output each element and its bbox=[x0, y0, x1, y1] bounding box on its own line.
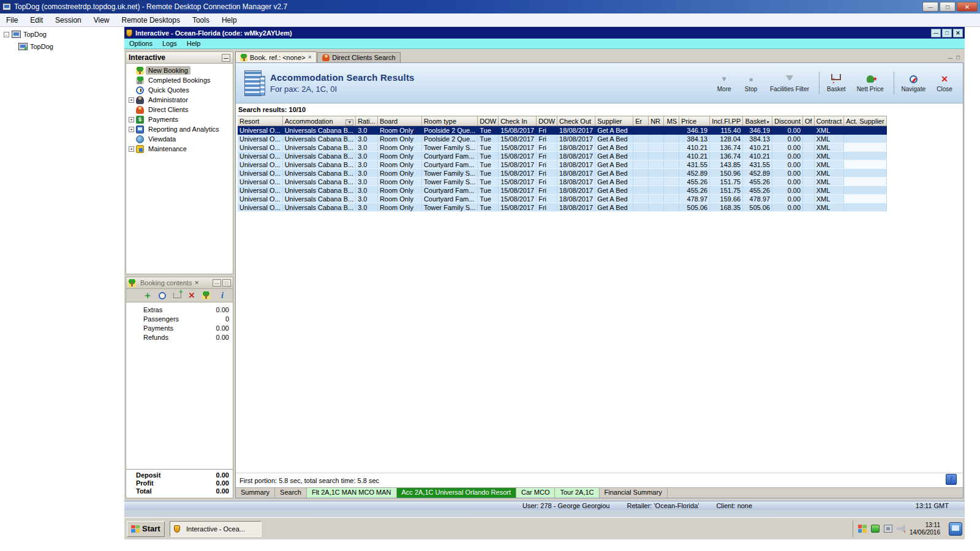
column-header[interactable]: Er bbox=[633, 116, 649, 126]
menu-item[interactable]: Help bbox=[216, 14, 243, 26]
panel-minimize-button[interactable] bbox=[222, 54, 230, 62]
table-row[interactable]: Universal O...Universals Cabana B...3.0 … bbox=[238, 178, 886, 186]
start-button[interactable]: Start bbox=[127, 521, 165, 537]
section-tab[interactable]: Tour 2A,1C bbox=[555, 488, 599, 498]
column-header[interactable]: Room type bbox=[421, 116, 477, 126]
session-minimize-button[interactable] bbox=[931, 29, 941, 37]
minimize-button[interactable] bbox=[922, 2, 938, 12]
tab-close-icon[interactable] bbox=[308, 54, 312, 60]
toolbar-button[interactable]: Navigate bbox=[894, 72, 930, 94]
table-row[interactable]: Universal O...Universals Cabana B...3.0 … bbox=[238, 186, 886, 195]
expand-icon[interactable] bbox=[129, 137, 134, 142]
menu-item[interactable]: Remote Desktops bbox=[116, 14, 186, 26]
close-button[interactable] bbox=[957, 2, 978, 12]
sidebar-item[interactable]: + Maintenance bbox=[126, 144, 233, 154]
column-header[interactable]: Accommodation bbox=[282, 116, 356, 126]
delete-icon[interactable] bbox=[187, 291, 196, 300]
menu-item[interactable]: Logs bbox=[157, 39, 182, 48]
expand-icon[interactable] bbox=[129, 107, 134, 113]
column-header[interactable]: Check In bbox=[499, 116, 537, 126]
doc-maximize-icon[interactable] bbox=[957, 54, 960, 61]
tree-root[interactable]: - TopDog bbox=[0, 29, 124, 39]
toolbar-button[interactable]: Close bbox=[932, 72, 957, 94]
column-header[interactable]: MS bbox=[664, 116, 679, 126]
table-row[interactable]: Universal O...Universals Cabana B...3.0 … bbox=[238, 160, 886, 169]
booking-maximize-button[interactable] bbox=[222, 279, 231, 287]
column-header[interactable]: Check Out bbox=[557, 116, 595, 126]
tree-collapse-icon[interactable]: - bbox=[4, 32, 9, 37]
table-row[interactable]: Universal O...Universals Cabana B...3.0 … bbox=[238, 169, 886, 178]
column-header[interactable]: Board bbox=[377, 116, 421, 126]
tray-status-icon[interactable] bbox=[871, 525, 880, 533]
toolbar-button[interactable]: More bbox=[712, 72, 736, 94]
column-header[interactable]: Price bbox=[679, 116, 710, 126]
menu-item[interactable]: Session bbox=[49, 14, 88, 26]
toolbar-button[interactable]: Stop bbox=[739, 72, 763, 94]
table-row[interactable]: Universal O...Universals Cabana B...3.0 … bbox=[238, 203, 886, 212]
section-tab[interactable]: Car MCO bbox=[516, 488, 555, 498]
booking-close-icon[interactable] bbox=[194, 280, 199, 286]
column-header[interactable]: DOW bbox=[478, 116, 499, 126]
sidebar-item[interactable]: + Administrator bbox=[126, 95, 233, 105]
table-row[interactable]: Universal O...Universals Cabana B...3.0 … bbox=[238, 152, 886, 160]
column-header[interactable]: NR bbox=[649, 116, 664, 126]
column-header[interactable]: Resort bbox=[238, 116, 282, 126]
tray-network-icon[interactable] bbox=[884, 525, 892, 533]
menu-item[interactable]: Edit bbox=[24, 14, 49, 26]
menu-item[interactable]: File bbox=[0, 14, 24, 26]
column-header[interactable]: Act. Supplier bbox=[844, 116, 886, 126]
document-tab[interactable]: Book. ref.: <none> bbox=[235, 51, 317, 62]
toolbar-button[interactable]: Nett Price bbox=[853, 72, 888, 94]
column-header[interactable]: Supplier bbox=[595, 116, 633, 126]
sidebar-item[interactable]: New Booking bbox=[126, 66, 233, 75]
sidebar-item[interactable]: Quick Quotes bbox=[126, 85, 233, 95]
section-tab[interactable]: Search bbox=[275, 488, 307, 498]
expand-icon[interactable]: + bbox=[129, 97, 134, 103]
sidebar-item[interactable]: Viewdata bbox=[126, 134, 233, 144]
toolbar-button[interactable]: Facilities Filter bbox=[766, 72, 813, 94]
session-maximize-button[interactable] bbox=[942, 29, 952, 37]
column-header[interactable]: DOW bbox=[537, 116, 557, 126]
add-item-icon[interactable] bbox=[143, 291, 152, 300]
expand-icon[interactable]: + bbox=[129, 127, 134, 132]
section-tab[interactable]: Acc 2A,1C Universal Orlando Resort bbox=[397, 488, 517, 498]
menu-item[interactable]: Tools bbox=[186, 14, 216, 26]
sidebar-item[interactable]: + Payments bbox=[126, 114, 233, 124]
table-row[interactable]: Universal O...Universals Cabana B...3.0 … bbox=[238, 126, 886, 135]
expand-icon[interactable]: + bbox=[129, 117, 134, 122]
info-icon[interactable] bbox=[218, 291, 227, 300]
table-row[interactable]: Universal O...Universals Cabana B...3.0 … bbox=[238, 195, 886, 203]
doc-minimize-icon[interactable] bbox=[948, 54, 953, 61]
table-row[interactable]: Universal O...Universals Cabana B...3.0 … bbox=[238, 135, 886, 143]
palm-icon[interactable] bbox=[202, 291, 210, 299]
table-row[interactable]: Universal O...Universals Cabana B...3.0 … bbox=[238, 143, 886, 152]
menu-item[interactable]: Help bbox=[182, 39, 206, 48]
menu-item[interactable]: View bbox=[88, 14, 116, 26]
column-header[interactable]: Discount bbox=[772, 116, 803, 126]
quote-icon[interactable] bbox=[159, 292, 166, 299]
session-close-button[interactable] bbox=[953, 29, 963, 37]
section-tab[interactable]: Flt 2A,1C MAN MCO MAN bbox=[307, 488, 397, 498]
toolbar-button[interactable]: Basket bbox=[819, 72, 850, 94]
column-header[interactable]: Basket bbox=[743, 116, 772, 126]
tree-server[interactable]: TopDog bbox=[18, 42, 124, 51]
column-header[interactable]: Contract bbox=[814, 116, 844, 126]
column-header[interactable]: Rati... bbox=[356, 116, 378, 126]
info-button[interactable] bbox=[946, 474, 957, 485]
section-tab[interactable]: Summary bbox=[236, 488, 275, 498]
column-header[interactable]: Of bbox=[803, 116, 815, 126]
expand-icon[interactable] bbox=[129, 88, 134, 93]
tray-volume-muted-icon[interactable] bbox=[897, 525, 905, 533]
menu-item[interactable]: Options bbox=[124, 39, 157, 48]
tray-windows-icon[interactable] bbox=[858, 525, 867, 533]
maximize-button[interactable] bbox=[940, 2, 956, 12]
sidebar-item[interactable]: Direct Clients bbox=[126, 105, 233, 114]
section-tab[interactable]: Financial Summary bbox=[600, 488, 668, 498]
taskbar-clock[interactable]: 13:11 14/06/2016 bbox=[910, 522, 940, 536]
add-to-basket-icon[interactable] bbox=[173, 293, 181, 298]
column-header[interactable]: Incl.Fl.PP bbox=[710, 116, 743, 126]
expand-icon[interactable] bbox=[129, 68, 134, 73]
expand-icon[interactable] bbox=[129, 78, 134, 83]
booking-minimize-button[interactable] bbox=[213, 279, 221, 287]
document-tab[interactable]: Direct Clients Search bbox=[317, 52, 400, 62]
